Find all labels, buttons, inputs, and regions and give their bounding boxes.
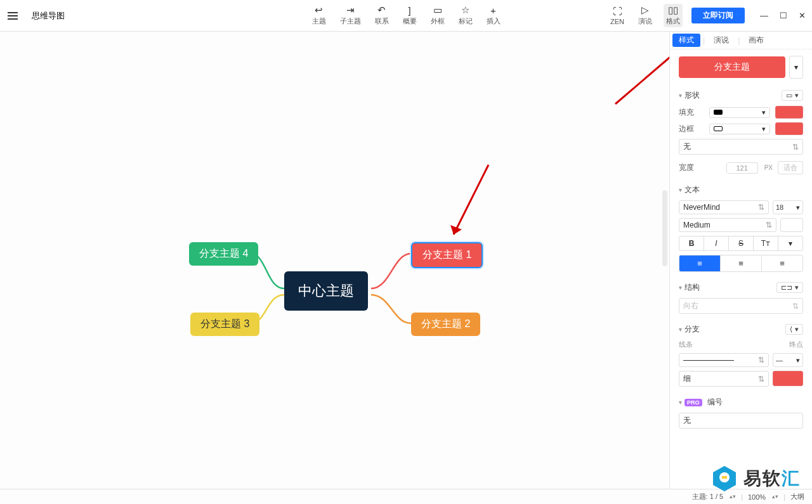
node-center[interactable]: 中心主题: [284, 271, 368, 311]
tool-summary[interactable]: ]概要: [400, 4, 419, 27]
status-bar: 主题: 1 / 5 ▴▾ | 100% ▴▾ | 大纲: [0, 489, 812, 504]
tool-marker[interactable]: ☆标记: [456, 4, 475, 27]
topic-icon: ↩: [314, 5, 324, 15]
zoom-stepper[interactable]: ▴▾: [772, 494, 778, 499]
fill-label: 填充: [679, 107, 704, 118]
italic-button[interactable]: I: [704, 236, 729, 250]
chevron-down-icon: ▾: [679, 186, 682, 193]
line-style-select[interactable]: ⇅: [679, 353, 769, 367]
font-family-select[interactable]: NeverMind⇅: [679, 200, 769, 214]
align-right[interactable]: ≡: [762, 255, 802, 271]
maximize-button[interactable]: ☐: [780, 11, 787, 20]
line-thickness-select[interactable]: 细⇅: [679, 371, 769, 387]
structure-title: 结构: [684, 282, 700, 293]
watermark-icon: [710, 465, 738, 493]
subscribe-button[interactable]: 立即订阅: [691, 8, 745, 23]
border-color[interactable]: [775, 122, 803, 135]
topic-stepper[interactable]: ▴▾: [730, 494, 736, 499]
border-label: 边框: [679, 124, 704, 134]
branch-preset[interactable]: ⟨ ▾: [785, 324, 803, 335]
case-button[interactable]: Tᴛ: [754, 236, 778, 250]
svg-rect-5: [722, 476, 727, 479]
font-size-select[interactable]: 18▾: [773, 200, 803, 214]
align-buttons: ≡ ≡ ≡: [679, 255, 803, 272]
watermark: 易软汇: [710, 465, 801, 493]
node-branch-2[interactable]: 分支主题 2: [411, 313, 480, 336]
tool-insert[interactable]: +插入: [484, 4, 503, 27]
chevron-down-icon: ▾: [679, 284, 682, 291]
node-branch-4[interactable]: 分支主题 4: [189, 242, 258, 266]
node-branch-1[interactable]: 分支主题 1: [411, 242, 483, 268]
number-title: 编号: [707, 397, 723, 408]
fill-color[interactable]: [775, 106, 803, 119]
text-style-buttons: B I S Tᴛ ▾: [679, 236, 803, 251]
width-label: 宽度: [679, 162, 704, 173]
shape-title: 形状: [684, 90, 700, 101]
structure-preset[interactable]: ⊏⊐ ▾: [776, 282, 803, 293]
menu-button[interactable]: [0, 12, 25, 20]
fill-style-dropdown[interactable]: ▾: [709, 107, 770, 118]
tab-canvas[interactable]: 画布: [742, 34, 770, 47]
format-icon: ▯▯: [668, 5, 678, 15]
connector-lines: [0, 32, 669, 489]
status-topic: 主题: 1 / 5: [692, 492, 724, 501]
toolbar-center: ↩主题 ⇥子主题 ↶联系 ]概要 ▭外框 ☆标记 +插入: [310, 4, 503, 27]
endpoint-select[interactable]: —▾: [773, 353, 803, 367]
zen-icon: ⛶: [612, 6, 622, 16]
tab-present[interactable]: 演说: [707, 34, 735, 47]
document-tab[interactable]: 思维导图: [25, 10, 71, 22]
text-title: 文本: [684, 184, 700, 195]
minimize-button[interactable]: —: [760, 11, 768, 20]
topic-type-label[interactable]: 分支主题: [679, 56, 785, 78]
text-more-button[interactable]: ▾: [778, 236, 802, 250]
panel-tabs: 样式 | 演说 | 画布: [670, 32, 812, 49]
align-left[interactable]: ≡: [679, 255, 721, 271]
mindmap-canvas[interactable]: 中心主题 分支主题 1 分支主题 2 分支主题 3 分支主题 4: [0, 32, 669, 489]
tool-subtopic[interactable]: ⇥子主题: [337, 4, 363, 27]
fit-button[interactable]: 适合: [778, 161, 803, 174]
border-line-style[interactable]: 无⇅: [679, 139, 803, 155]
border-style-dropdown[interactable]: ▾: [709, 124, 770, 134]
tool-boundary[interactable]: ▭外框: [428, 4, 447, 27]
format-panel: 样式 | 演说 | 画布 分支主题 ▾ ▾形状 ▭ ▾ 填充 ▾ 边框 ▾ 无⇅…: [669, 32, 812, 489]
vertical-scrollbar[interactable]: [662, 190, 667, 266]
chevron-down-icon: ▾: [679, 92, 682, 99]
tab-style[interactable]: 样式: [672, 34, 700, 47]
toolbar-right: ⛶ZEN ▷演说 ▯▯格式 立即订阅 — ☐ ✕: [608, 4, 806, 27]
strike-button[interactable]: S: [729, 236, 754, 250]
status-zoom[interactable]: 100%: [748, 493, 766, 501]
relation-icon: ↶: [377, 5, 387, 15]
section-text: ▾文本 NeverMind⇅ 18▾ Medium⇅ B I S Tᴛ ▾ ≡ …: [679, 184, 803, 272]
status-outline[interactable]: 大纲: [790, 492, 804, 501]
width-input[interactable]: [726, 162, 758, 174]
subtopic-icon: ⇥: [345, 5, 355, 15]
structure-direction[interactable]: 向右⇅: [679, 298, 803, 314]
section-structure: ▾结构 ⊏⊐ ▾ 向右⇅: [679, 282, 803, 314]
chevron-down-icon: ▾: [679, 326, 682, 333]
hamburger-icon: [8, 12, 18, 20]
window-controls: — ☐ ✕: [760, 11, 806, 20]
font-weight-select[interactable]: Medium⇅: [679, 218, 776, 232]
top-toolbar: 思维导图 ↩主题 ⇥子主题 ↶联系 ]概要 ▭外框 ☆标记 +插入 ⛶ZEN ▷…: [0, 0, 812, 32]
tool-present[interactable]: ▷演说: [636, 4, 655, 27]
text-color[interactable]: [780, 218, 803, 232]
tool-relation[interactable]: ↶联系: [372, 4, 391, 27]
shape-preset-dropdown[interactable]: ▭ ▾: [782, 90, 803, 101]
tool-format[interactable]: ▯▯格式: [664, 4, 683, 27]
boundary-icon: ▭: [433, 5, 443, 15]
present-icon: ▷: [640, 5, 650, 15]
line-color[interactable]: [773, 371, 803, 386]
pro-badge: PRO: [684, 399, 702, 406]
node-branch-3[interactable]: 分支主题 3: [190, 313, 259, 336]
number-select[interactable]: 无: [679, 413, 803, 429]
topic-type-dropdown[interactable]: ▾: [789, 56, 803, 79]
tool-topic[interactable]: ↩主题: [310, 4, 329, 27]
close-button[interactable]: ✕: [799, 11, 806, 20]
insert-icon: +: [488, 5, 499, 15]
section-number: ▾PRO编号 无: [679, 397, 803, 429]
bold-button[interactable]: B: [679, 236, 704, 250]
tool-zen[interactable]: ⛶ZEN: [608, 5, 627, 27]
chevron-down-icon: ▾: [679, 399, 682, 406]
align-center[interactable]: ≡: [721, 255, 762, 271]
section-branch: ▾分支 ⟨ ▾ 线条终点 ⇅ —▾ 细⇅: [679, 324, 803, 387]
